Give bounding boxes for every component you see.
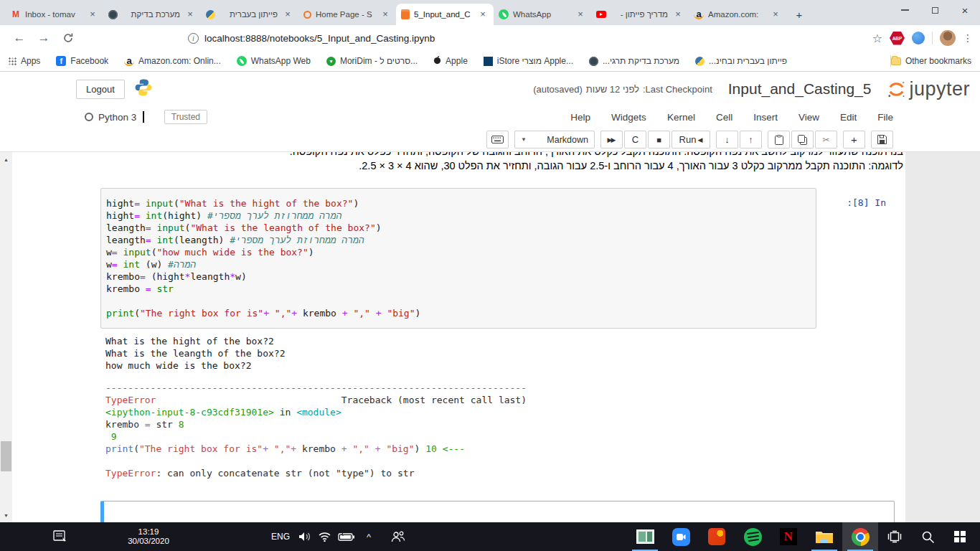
run-button[interactable]: Run ◀ — [672, 131, 710, 149]
new-tab-button[interactable]: + — [789, 4, 809, 24]
add-cell-button[interactable]: + — [843, 131, 865, 149]
bookmark-maarechet[interactable]: מערכת בדיקת תרגי... — [589, 56, 679, 66]
output-area: What is the hight of the box?2What is th… — [100, 335, 806, 479]
stop-button[interactable]: ■ — [648, 131, 670, 149]
forward-icon[interactable]: → — [32, 28, 56, 48]
close-icon[interactable]: × — [184, 9, 196, 20]
save-button[interactable] — [871, 131, 893, 149]
task-view-button[interactable] — [878, 522, 911, 551]
kernel-idle-icon — [85, 113, 93, 121]
wifi-icon[interactable] — [318, 532, 331, 542]
bookmark-apple[interactable]: Apple — [433, 55, 468, 67]
search-button[interactable] — [911, 522, 944, 551]
blue-extension-icon[interactable] — [912, 32, 925, 44]
restore-icon[interactable] — [920, 0, 950, 20]
taskbar-app-window[interactable] — [627, 522, 663, 551]
tab-python-hebrew[interactable]: פייתון בעברית × — [201, 4, 298, 25]
menu-cell[interactable]: Cell — [716, 112, 732, 123]
volume-icon[interactable] — [298, 532, 311, 542]
other-bookmarks[interactable]: Other bookmarks — [890, 55, 971, 67]
tab-maarechet[interactable]: מערכת בדיקת × — [103, 4, 201, 25]
cell-type-dropdown[interactable]: ▼ Markdown — [514, 131, 595, 149]
move-up-button[interactable]: ↑ — [740, 131, 762, 149]
omnibox[interactable]: i localhost:8888/notebooks/5_Input_and_C… — [188, 33, 872, 44]
menu-edit[interactable]: Edit — [840, 112, 857, 123]
bookmark-amazon[interactable]: a Amazon.com: Onlin... — [124, 56, 221, 66]
tab-jupyter-home[interactable]: Home Page - S × — [298, 4, 396, 25]
close-icon[interactable]: × — [477, 9, 489, 20]
people-icon[interactable] — [391, 531, 405, 542]
battery-icon[interactable] — [338, 532, 355, 542]
adblock-extension-icon[interactable]: ABP — [890, 32, 905, 45]
minimize-icon[interactable] — [890, 0, 920, 20]
logout-button[interactable]: Logout — [76, 80, 125, 99]
traceback-line: <ipython-input-8-c93cdf31901e> in <modul… — [105, 406, 806, 418]
hidden-icons-chevron[interactable]: ^ — [367, 532, 371, 542]
taskbar-chrome[interactable] — [842, 522, 878, 551]
taskbar-clock[interactable]: 13:19 30/03/2020 — [118, 527, 179, 546]
close-icon[interactable]: × — [282, 9, 293, 20]
menu-kernel[interactable]: Kernel — [667, 112, 695, 123]
notebook-title[interactable]: Input_and_Casting_5 — [728, 80, 872, 98]
move-down-button[interactable]: ↓ — [716, 131, 738, 149]
action-center-icon[interactable] — [46, 530, 75, 543]
command-palette-button[interactable] — [486, 131, 509, 149]
markdown-cell[interactable]: בנו תוכנה שתעזור למרקוב לחשב את נפח הקופ… — [12, 152, 905, 174]
site-info-icon[interactable]: i — [188, 33, 199, 44]
bookmark-whatsapp[interactable]: WhatsApp Web — [237, 56, 311, 66]
profile-avatar[interactable] — [940, 30, 956, 46]
menu-insert[interactable]: Insert — [753, 112, 778, 123]
start-button[interactable] — [944, 522, 976, 551]
reload-icon[interactable] — [56, 28, 80, 48]
restart-run-all-button[interactable]: ▶▶ — [600, 131, 623, 149]
menu-widgets[interactable]: Widgets — [611, 112, 646, 123]
scroll-down-icon[interactable]: ▼ — [0, 509, 12, 521]
bookmark-moridim[interactable]: ▾ MoriDim - סרטים ל... — [326, 56, 418, 66]
task-view-icon — [887, 530, 902, 543]
code-input-area[interactable]: hight= input("What is the hight of the b… — [100, 188, 816, 329]
bookmark-star-icon[interactable]: ☆ — [872, 32, 882, 45]
jupyter-logo[interactable]: jupyter — [887, 78, 970, 100]
close-icon[interactable]: × — [87, 9, 98, 20]
empty-selected-cell[interactable] — [100, 501, 895, 522]
vertical-scrollbar[interactable]: ▲ ▼ — [0, 152, 12, 522]
tab-notebook-active[interactable]: 5_Input_and_C × — [396, 4, 494, 25]
windows-taskbar: 13:19 30/03/2020 ENG ^ — [0, 522, 980, 551]
code-line: leangth= input("What is the leangth of t… — [106, 222, 811, 234]
language-indicator[interactable]: ENG — [271, 532, 290, 542]
bookmark-facebook[interactable]: f Facebook — [56, 56, 108, 66]
taskbar-file-explorer[interactable] — [806, 522, 842, 551]
tab-youtube[interactable]: מדריך פייתון - × — [591, 4, 689, 25]
copy-button[interactable] — [791, 131, 814, 149]
bookmark-istore[interactable]: iStore מוצרי Apple... — [484, 56, 573, 66]
trusted-badge[interactable]: Trusted — [164, 110, 207, 124]
taskbar-netflix[interactable]: N — [771, 522, 806, 551]
restart-kernel-button[interactable]: C — [624, 131, 646, 149]
python-kernel-logo — [133, 77, 154, 100]
menu-view[interactable]: View — [798, 112, 819, 123]
paste-button[interactable] — [768, 131, 790, 149]
cut-button[interactable]: ✂ — [815, 131, 837, 149]
taskbar-office[interactable] — [699, 522, 735, 551]
taskbar-spotify[interactable] — [735, 522, 771, 551]
tab-amazon[interactable]: a Amazon.com: × — [689, 4, 786, 25]
scroll-up-icon[interactable]: ▲ — [0, 154, 12, 165]
chrome-menu-icon[interactable]: ⋮ — [963, 32, 973, 44]
windows-logo-icon — [954, 531, 966, 542]
close-window-icon[interactable]: × — [950, 0, 980, 20]
url-text[interactable]: localhost:8888/notebooks/5_Input_and_Cas… — [204, 33, 435, 44]
close-icon[interactable]: × — [575, 9, 586, 20]
back-icon[interactable]: ← — [7, 28, 32, 48]
menu-file[interactable]: File — [877, 112, 893, 123]
apps-shortcut[interactable]: Apps — [9, 56, 40, 66]
tab-gmail[interactable]: M Inbox - tomav × — [6, 4, 103, 25]
close-icon[interactable]: × — [672, 9, 684, 20]
bookmark-python-hebrew[interactable]: פייתון בעברית ובחינ... — [695, 56, 787, 66]
close-icon[interactable]: × — [380, 9, 391, 20]
close-icon[interactable]: × — [770, 9, 781, 20]
scrollbar-thumb[interactable] — [1, 441, 11, 471]
menu-help[interactable]: Help — [570, 112, 590, 123]
paste-icon — [775, 135, 783, 145]
tab-whatsapp[interactable]: WhatsApp × — [494, 4, 591, 25]
taskbar-zoom[interactable] — [663, 522, 699, 551]
